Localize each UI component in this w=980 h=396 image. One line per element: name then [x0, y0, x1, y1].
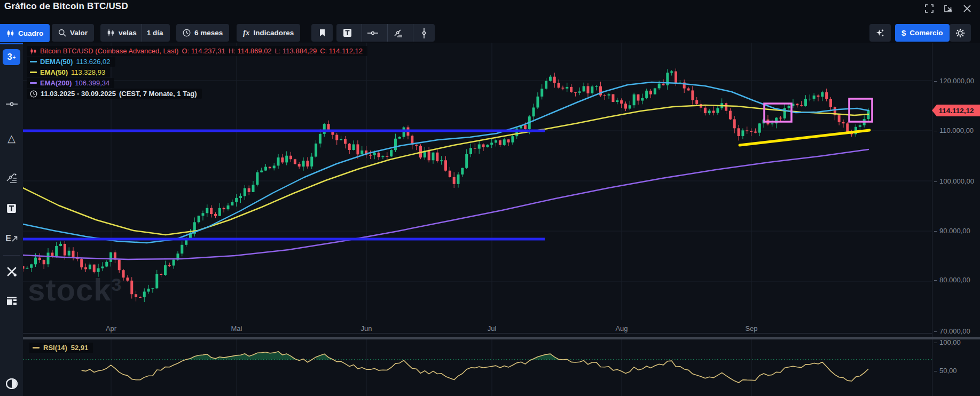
- text-note-tool[interactable]: [336, 24, 358, 42]
- rsi-overbought-fill: [186, 352, 295, 360]
- dema-value: 113.626,02: [76, 58, 110, 66]
- bookmark-icon: [311, 24, 333, 42]
- fullscreen-icon[interactable]: [923, 3, 935, 14]
- rsi-value: 52,91: [71, 344, 89, 352]
- symbol-search-button[interactable]: Valor: [52, 24, 94, 42]
- dema-swatch: [30, 61, 37, 62]
- text-tool-icon[interactable]: [0, 199, 23, 217]
- ema200-value: 106.399,34: [75, 79, 109, 87]
- rsi-swatch: [33, 347, 40, 349]
- clock-icon: [30, 90, 37, 98]
- month-label: Mai: [226, 324, 247, 332]
- month-label: Apr: [100, 324, 122, 332]
- rsi-label: RSI(14): [43, 344, 67, 352]
- rsi-axis-label: 100,00: [934, 338, 961, 347]
- rsi-legend-row[interactable]: RSI(14) 52,91: [29, 343, 93, 353]
- price-axis-label: 100.000,00: [934, 177, 974, 186]
- close-icon[interactable]: [961, 3, 973, 14]
- rsi-axis-label: 50,00: [934, 367, 957, 375]
- symbol-name: Bitcoin BTC/USD (Coinbase Advanced, Last…: [40, 47, 178, 55]
- bookmark-button[interactable]: [311, 24, 333, 42]
- ema50-value: 113.328,93: [71, 68, 105, 76]
- horizontal-line-icon[interactable]: [0, 95, 23, 113]
- dollar-icon: $: [901, 28, 906, 37]
- trend-line-tool[interactable]: [387, 24, 409, 42]
- interval-label: 1 día: [147, 29, 163, 37]
- low-value: 113.884,29: [283, 47, 317, 55]
- ema200-swatch: [30, 82, 37, 84]
- gear-icon: [955, 28, 965, 38]
- ema50-label: EMA(50): [40, 68, 68, 76]
- drawing-sidebar: 3+ △ E: [0, 43, 23, 396]
- high-value: 114.869,02: [238, 47, 272, 55]
- candles-icon: [30, 47, 37, 55]
- theme-contrast-icon[interactable]: [0, 375, 23, 393]
- date-range-row[interactable]: 11.03.2025 - 30.09.2025 (CEST, 7 Monate,…: [27, 89, 202, 99]
- price-axis-label: 90.000,00: [934, 227, 970, 235]
- sidebar-divider: [3, 255, 20, 256]
- open-value: 114.237,31: [191, 47, 225, 55]
- sidebar-accent: [0, 43, 23, 44]
- time-axis-line: [23, 333, 932, 334]
- ema50-legend-row[interactable]: EMA(50) 113.328,93: [27, 67, 110, 77]
- candle-interval-group[interactable]: velas 1 día: [100, 24, 170, 42]
- range-label: 6 meses: [194, 29, 223, 37]
- close-value: 114.112,12: [329, 47, 363, 55]
- date-range-note: (CEST, 7 Monate, 1 Tag): [119, 90, 197, 98]
- tools-icon[interactable]: [0, 263, 23, 281]
- ema200-legend-row[interactable]: EMA(200) 106.399,34: [27, 78, 114, 88]
- candles: [23, 68, 870, 302]
- symbol-legend-row[interactable]: Bitcoin BTC/USD (Coinbase Advanced, Last…: [27, 46, 367, 56]
- fx-icon: fx: [243, 28, 250, 37]
- dema-legend-row[interactable]: DEMA(50) 113.626,02: [27, 57, 115, 67]
- price-axis-label: 120.000,00: [934, 77, 974, 85]
- vertical-line-tool[interactable]: [413, 24, 435, 42]
- time-axis[interactable]: AprMaiJunJulAugSep: [23, 320, 932, 337]
- chart-mode-label: Cuadro: [18, 29, 43, 37]
- date-range: 11.03.2025 - 30.09.2025: [41, 90, 116, 98]
- price-axis-label: 80.000,00: [934, 276, 970, 284]
- sparkle-icon: [875, 28, 885, 38]
- range-button[interactable]: 6 meses: [176, 24, 229, 42]
- stock3-watermark: stock3: [28, 274, 122, 305]
- price-axis-label: 70.000,00: [934, 327, 970, 336]
- horizontal-line-tool[interactable]: [362, 24, 383, 42]
- settings-button[interactable]: [950, 24, 971, 42]
- month-label: Aug: [611, 324, 632, 332]
- ai-sparkle-button[interactable]: [869, 24, 891, 42]
- page-title: Gráfico de Bitcoin BTC/USD: [4, 1, 128, 12]
- candle-type-label: velas: [119, 29, 137, 37]
- trade-label: Comercio: [910, 29, 943, 37]
- month-label: Jul: [481, 324, 503, 332]
- pane-splitter[interactable]: [23, 337, 980, 339]
- price-axis[interactable]: 114.112,12 120.000,00110.000,00100.000,0…: [932, 43, 980, 396]
- rsi-overbought-fill: [316, 354, 333, 360]
- trade-button[interactable]: $ Comercio: [895, 24, 950, 42]
- drawing-tools-group: [336, 24, 435, 42]
- ema50-swatch: [30, 72, 37, 73]
- stock3-tools-button[interactable]: 3+: [3, 49, 20, 65]
- triangle-icon[interactable]: △: [0, 129, 23, 147]
- price-axis-label: 110.000,00: [934, 126, 974, 135]
- layout-templates-icon[interactable]: [0, 291, 23, 310]
- indicators-button[interactable]: fx Indicadores: [237, 24, 300, 42]
- signature-tool-icon[interactable]: E: [0, 229, 23, 248]
- ema200-label: EMA(200): [40, 79, 72, 87]
- month-label: Sep: [741, 324, 762, 332]
- chart-mode-button[interactable]: Cuadro: [0, 24, 50, 42]
- rsi-pane[interactable]: [23, 339, 932, 396]
- rsi-chart: [23, 339, 932, 396]
- trend-channel-icon[interactable]: [0, 169, 23, 187]
- chart-legend: Bitcoin BTC/USD (Coinbase Advanced, Last…: [27, 46, 367, 99]
- pop-out-icon[interactable]: [942, 3, 954, 14]
- symbol-search-label: Valor: [70, 29, 88, 37]
- last-price-badge: 114.112,12: [932, 105, 980, 116]
- indicators-label: Indicadores: [254, 29, 294, 37]
- dema-label: DEMA(50): [40, 58, 73, 66]
- title-bar: Gráfico de Bitcoin BTC/USD: [0, 0, 980, 21]
- month-label: Jun: [356, 324, 377, 332]
